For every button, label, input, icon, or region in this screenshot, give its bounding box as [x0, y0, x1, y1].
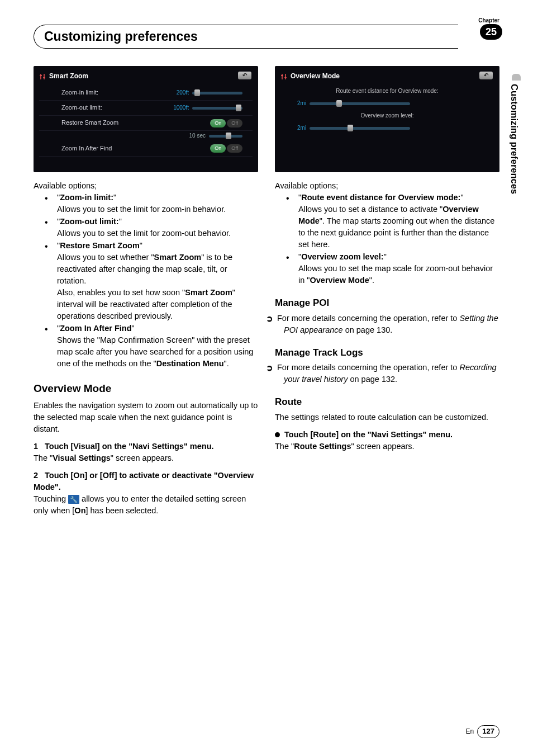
back-icon: ↶ [238, 72, 251, 79]
manage-track-logs-ref: ➲For more details concerning the operati… [275, 362, 499, 385]
option-route-event-distance: "Route event distance for Overview mode:… [298, 192, 499, 251]
overview-zoom-level-label: Overview zoom level: [280, 110, 494, 121]
route-intro: The settings related to route calculatio… [275, 412, 499, 423]
options-intro: Available options; [34, 180, 258, 192]
page-title: Customizing preferences [34, 25, 458, 49]
after-find-off-pill: Off [227, 144, 242, 153]
zoom-in-slider [192, 92, 242, 94]
overview-zoom-slider [310, 127, 410, 130]
side-tab-marker [512, 74, 521, 81]
option-zoom-in-limit: "Zoom-in limit:" Allows you to set the l… [57, 192, 258, 215]
restore-on-pill: On [210, 119, 226, 127]
route-heading: Route [275, 395, 499, 409]
side-tab-label: Customizing preferences [507, 84, 521, 194]
footer-lang: En [466, 727, 474, 736]
option-overview-zoom-level: "Overview zoom level:" Allows you to set… [298, 251, 499, 286]
route-event-distance-value: 2mi [297, 100, 306, 108]
screenshot-title: Smart Zoom [49, 72, 88, 81]
overview-step-2: 2Touch [On] or [Off] to activate or deac… [34, 470, 258, 493]
option-restore-smart-zoom: "Restore Smart Zoom" Allows you to set w… [57, 240, 258, 322]
interval-value: 10 sec [189, 132, 206, 140]
overview-mode-intro: Enables the navigation system to zoom ou… [34, 400, 258, 435]
smart-zoom-screenshot: Smart Zoom ↶ Zoom-in limit: 200ft Zoom-o… [34, 66, 258, 172]
route-event-slider [310, 102, 410, 105]
wrench-icon: 🔧 [68, 495, 79, 504]
zoom-in-limit-label: Zoom-in limit: [61, 88, 177, 97]
route-step-result: The "Route Settings" screen appears. [275, 441, 499, 452]
back-icon: ↶ [479, 72, 493, 79]
zoom-out-limit-label: Zoom-out limit: [61, 103, 173, 112]
route-step: Touch [Route] on the "Navi Settings" men… [275, 429, 499, 441]
bullet-icon [275, 432, 280, 437]
chapter-number-badge: 25 [480, 24, 502, 40]
after-find-on-pill: On [210, 144, 226, 153]
option-zoom-in-after-find: "Zoom In After Find" Shows the "Map Conf… [57, 323, 258, 370]
settings-icon [39, 73, 46, 81]
overview-step-1-result: The "Visual Settings" screen appears. [34, 452, 258, 464]
options-intro-2: Available options; [275, 180, 499, 192]
page-number: 127 [477, 725, 499, 738]
zoom-out-slider [192, 107, 242, 110]
restore-smart-zoom-label: Restore Smart Zoom [61, 119, 210, 127]
option-zoom-out-limit: "Zoom-out limit:" Allows you to set the … [57, 216, 258, 239]
zoom-in-limit-value: 200ft [177, 89, 189, 97]
interval-slider [209, 135, 242, 138]
manage-poi-ref: ➲For more details concerning the operati… [275, 313, 499, 336]
route-event-distance-label: Route event distance for Overview mode: [280, 86, 494, 97]
zoom-in-after-find-label: Zoom In After Find [61, 144, 210, 153]
settings-icon [280, 73, 287, 81]
manage-track-logs-heading: Manage Track Logs [275, 346, 499, 360]
overview-step-2-desc: Touching 🔧 allows you to enter the detai… [34, 493, 258, 517]
screenshot-title: Overview Mode [291, 72, 340, 81]
overview-mode-screenshot: Overview Mode ↶ Route event distance for… [275, 66, 499, 172]
overview-mode-heading: Overview Mode [34, 381, 258, 396]
manage-poi-heading: Manage POI [275, 296, 499, 310]
overview-zoom-level-value: 2mi [297, 124, 306, 133]
restore-off-pill: Off [227, 119, 242, 127]
zoom-out-limit-value: 1000ft [173, 104, 189, 112]
overview-step-1: 1Touch [Visual] on the "Navi Settings" m… [34, 441, 258, 452]
